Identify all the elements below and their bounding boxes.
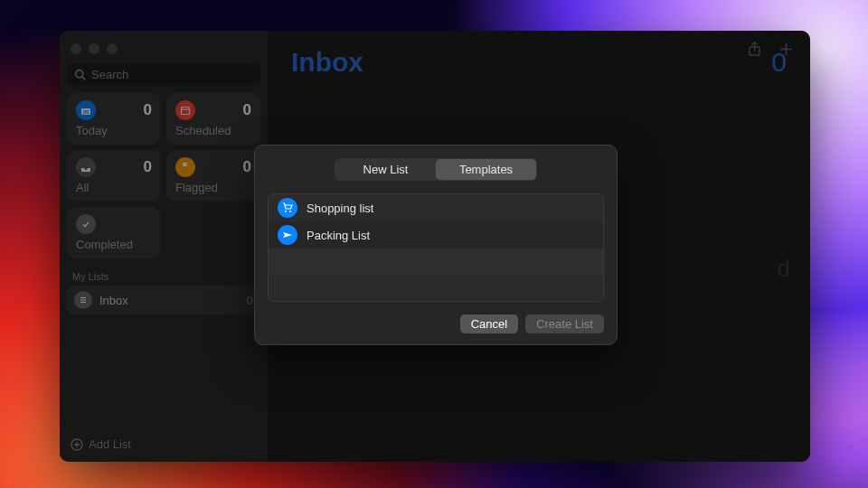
card-label: Today: [76, 124, 152, 137]
list-name: Inbox: [99, 294, 128, 307]
calendar-icon: [175, 100, 195, 120]
template-row[interactable]: Packing List: [269, 221, 603, 249]
section-my-lists: My Lists: [72, 271, 255, 282]
card-today[interactable]: 20 0 Today: [67, 93, 161, 145]
card-label: Scheduled: [175, 124, 251, 137]
shopping-cart-icon: [278, 198, 297, 218]
card-label: Completed: [76, 238, 152, 251]
card-count: 0: [243, 158, 251, 176]
page-title: Inbox: [291, 47, 363, 78]
svg-rect-5: [182, 108, 190, 115]
card-count: 0: [144, 158, 152, 176]
plus-circle-icon: [71, 438, 83, 451]
add-list-label: Add List: [89, 437, 131, 451]
share-icon[interactable]: [747, 42, 762, 57]
airplane-icon: [278, 225, 297, 245]
tab-new-list[interactable]: New List: [335, 159, 436, 180]
template-list[interactable]: Shopping list Packing List: [268, 193, 604, 302]
card-label: Flagged: [175, 181, 251, 194]
segmented-control[interactable]: New List Templates: [335, 158, 537, 181]
svg-point-17: [289, 211, 291, 212]
flag-icon: [175, 157, 195, 177]
window-traffic-lights[interactable]: [67, 38, 260, 63]
sidebar: Search 20 0 Today 0 Schedu: [60, 31, 268, 462]
card-all[interactable]: 0 All: [67, 150, 161, 202]
card-label: All: [76, 181, 152, 194]
template-row-empty: [269, 249, 603, 276]
search-icon: [74, 69, 86, 80]
tab-templates[interactable]: Templates: [436, 159, 536, 180]
template-name: Packing List: [307, 229, 370, 242]
smart-list-cards: 20 0 Today 0 Scheduled: [67, 93, 260, 258]
minimize-dot-icon[interactable]: [89, 43, 99, 54]
checkmark-circle-icon: [76, 214, 96, 234]
plus-icon[interactable]: [778, 42, 794, 57]
list-bullet-icon: [74, 291, 92, 309]
background-hint-text: d: [778, 255, 790, 283]
template-row[interactable]: Shopping list: [269, 194, 603, 221]
template-row-empty: [269, 276, 603, 302]
create-list-button[interactable]: Create List: [525, 314, 604, 333]
list-count: 0: [247, 294, 253, 307]
card-scheduled[interactable]: 0 Scheduled: [166, 93, 260, 145]
card-completed[interactable]: Completed: [67, 207, 161, 258]
sidebar-item-inbox[interactable]: Inbox 0: [67, 286, 260, 314]
svg-text:20: 20: [83, 109, 90, 115]
search-placeholder: Search: [91, 68, 128, 81]
template-name: Shopping list: [307, 202, 373, 215]
cancel-button[interactable]: Cancel: [460, 314, 518, 333]
svg-line-1: [82, 77, 85, 80]
card-flagged[interactable]: 0 Flagged: [166, 150, 260, 202]
calendar-today-icon: 20: [76, 100, 96, 120]
svg-point-16: [285, 211, 287, 212]
card-count: 0: [144, 101, 152, 119]
svg-point-0: [76, 70, 83, 78]
new-list-dialog: New List Templates Shopping list Packing…: [254, 145, 618, 345]
tray-icon: [76, 157, 96, 177]
close-dot-icon[interactable]: [71, 43, 81, 54]
search-input[interactable]: Search: [67, 63, 260, 86]
zoom-dot-icon[interactable]: [107, 43, 118, 54]
card-count: 0: [243, 101, 251, 119]
add-list-button[interactable]: Add List: [67, 434, 260, 455]
